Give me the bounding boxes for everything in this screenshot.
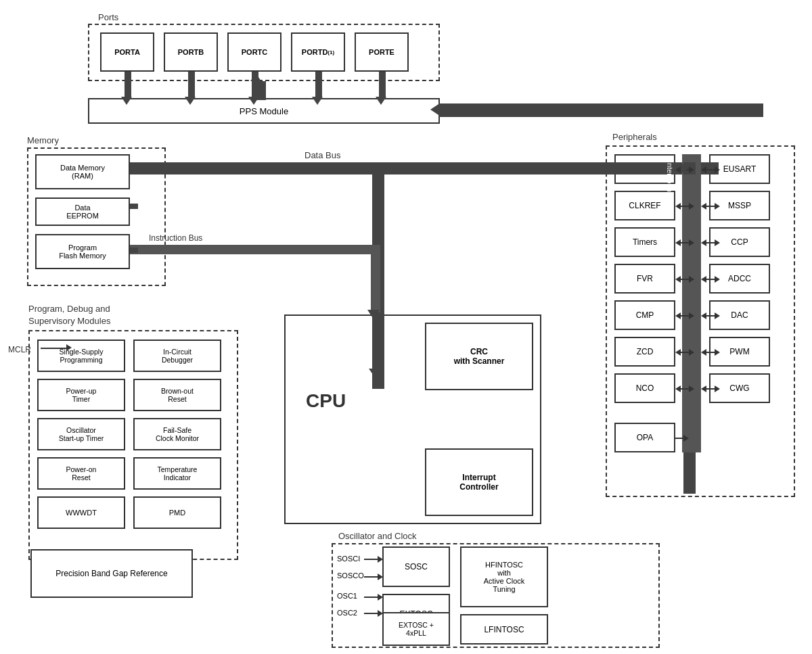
mclr-arrow	[66, 344, 72, 351]
extosc-pll-box: EXTOSC +4xPLL	[382, 612, 450, 646]
data-memory-box: Data Memory(RAM)	[35, 154, 130, 189]
memory-label: Memory	[27, 135, 59, 145]
interrupt-box: InterruptController	[425, 448, 533, 516]
instruction-bus-label: Instruction Bus	[149, 233, 202, 243]
cpu-label: CPU	[306, 390, 346, 412]
peripherals-label: Peripherals	[612, 132, 657, 142]
mssp-arrow	[701, 203, 720, 210]
opa-box: OPA	[614, 423, 675, 452]
portb-box: PORTB	[164, 32, 218, 72]
fvr-arrow	[675, 276, 694, 283]
diagram-container: Ports PORTA PORTB PORTC PORTD(1) PORTE P…	[0, 0, 812, 654]
pps-box: PPS Module	[88, 98, 440, 124]
portd-box: PORTD(1)	[291, 32, 345, 72]
wwwdt-box: WWWDT	[37, 496, 125, 529]
crc-box: CRCwith Scanner	[425, 323, 533, 390]
data-eeprom-box: DataEEPROM	[35, 197, 130, 226]
portb-arrow-shaft	[188, 72, 195, 99]
osc1-arrow	[364, 594, 383, 601]
oscillator-label: Oscillator and Clock	[338, 531, 417, 541]
sosci-label: SOSCI	[337, 555, 360, 563]
data-bus-label: Data Bus	[304, 150, 340, 160]
portd-arrow-head	[312, 97, 323, 105]
program-flash-box: ProgramFlash Memory	[35, 234, 130, 269]
data-bus-h	[130, 162, 719, 174]
pps-up-arrowhead	[250, 73, 261, 81]
osc2-label: OSC2	[337, 609, 357, 617]
porta-arrow-shaft	[125, 72, 131, 99]
opa-arrow	[675, 435, 689, 442]
ports-label: Ports	[98, 12, 118, 22]
powerup-timer-box: Power-upTimer	[37, 379, 125, 411]
pwm-arrow	[701, 349, 720, 356]
data-bus-down-arrow	[369, 369, 384, 379]
program-debug-label: Program, Debug andSupervisory Modules	[28, 303, 110, 327]
portb-arrow-head	[185, 97, 196, 105]
ram-arrow	[130, 167, 138, 172]
temp-indicator-box: TemperatureIndicator	[133, 457, 221, 490]
hfintosc-box: HFINTOSCwithActive ClockTuning	[460, 546, 548, 607]
data-bus-to-periph-arrow	[681, 163, 689, 174]
cmp-box: CMP	[614, 300, 675, 330]
instruction-bus-h	[130, 245, 374, 254]
pps-right-bus	[438, 103, 763, 117]
eusart-arrow	[701, 166, 720, 173]
cpu-dashed-box: CPU CRCwith Scanner InterruptController	[284, 314, 541, 524]
portd-arrow-shaft	[315, 72, 322, 99]
sosco-arrow	[364, 574, 383, 580]
sosc-box: SOSC	[382, 546, 450, 587]
brownout-reset-box: Brown-outReset	[133, 379, 221, 411]
incircuit-debugger-box: In-CircuitDebugger	[133, 340, 221, 372]
clkref-arrow	[675, 203, 694, 210]
cwg-arrow	[701, 386, 720, 392]
ccp-arrow	[701, 239, 720, 246]
porte-box: PORTE	[355, 32, 409, 72]
pps-up-shaft	[254, 81, 266, 100]
nco-arrow	[675, 386, 694, 392]
mclr-label: MCLR	[8, 345, 31, 354]
sosco-label: SOSCO	[337, 571, 364, 580]
zcd-arrow	[675, 349, 694, 356]
fvr-box: FVR	[614, 264, 675, 294]
timers-box: Timers	[614, 227, 675, 257]
timers-arrow	[675, 239, 694, 246]
eeprom-arrow	[130, 204, 138, 209]
porta-arrow-head	[121, 97, 132, 105]
flash-arrow	[130, 248, 138, 253]
dac-arrow	[701, 312, 720, 319]
porte-arrow-shaft	[379, 72, 386, 99]
lfintosc-box: LFINTOSC	[460, 614, 548, 645]
pmd-box: PMD	[133, 496, 221, 529]
failsafe-clock-box: Fail-SafeClock Monitor	[133, 418, 221, 450]
single-supply-box: Single-SupplyProgramming	[37, 340, 125, 372]
precision-bandgap-label: Precision Band Gap Reference	[55, 569, 167, 578]
interconnect-bus-label: Interconnect Bus	[666, 161, 674, 183]
precision-bandgap-box: Precision Band Gap Reference	[30, 549, 193, 598]
porte-arrow-head	[376, 97, 386, 105]
osc2-arrow	[364, 610, 383, 617]
sosci-arrow	[364, 556, 383, 563]
mclr-line	[41, 348, 68, 349]
osc1-label: OSC1	[337, 592, 357, 600]
instruction-bus-v	[371, 245, 380, 312]
oscillator-startup-box: OscillatorStart-up Timer	[37, 418, 125, 450]
cmp-arrow	[675, 312, 694, 319]
porta-box: PORTA	[100, 32, 154, 72]
interconnect-bus-bar: Interconnect Bus	[682, 154, 701, 452]
nco-box: NCO	[614, 373, 675, 403]
poweron-reset-box: Power-onReset	[37, 457, 125, 490]
pps-left-arrowhead	[430, 104, 438, 115]
instruction-bus-arrow	[367, 310, 380, 319]
zcd-box: ZCD	[614, 337, 675, 367]
portc-box: PORTC	[227, 32, 281, 72]
adcc-arrow	[701, 276, 720, 283]
